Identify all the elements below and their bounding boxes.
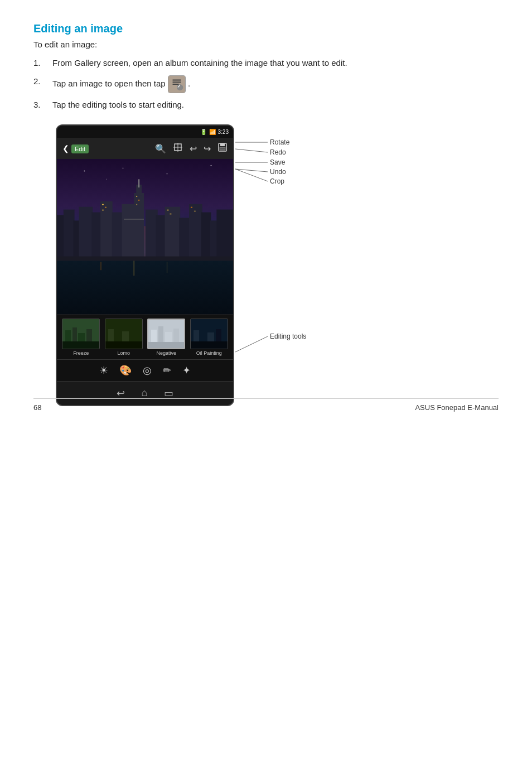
svg-text:Save: Save: [270, 158, 286, 166]
filter-thumb-lomo: [105, 319, 143, 349]
steps-list: 1. From Gallery screen, open an album co…: [33, 57, 499, 111]
svg-rect-43: [136, 204, 137, 205]
step-1-text: From Gallery screen, open an album conta…: [52, 57, 499, 70]
svg-text:Editing tools: Editing tools: [270, 332, 306, 340]
phone-toolbar: ❮ Edit 🔍: [57, 138, 233, 159]
svg-rect-30: [146, 210, 158, 259]
svg-rect-31: [156, 215, 166, 259]
svg-rect-20: [64, 210, 75, 259]
filter-lomo[interactable]: Lomo: [103, 319, 145, 356]
svg-rect-38: [102, 204, 104, 205]
brightness-tool-icon[interactable]: ☀: [99, 364, 108, 377]
signal-icon: 📶: [209, 129, 216, 135]
svg-rect-34: [189, 204, 202, 259]
pen-tool-icon[interactable]: ✏: [163, 364, 171, 377]
step-1: 1. From Gallery screen, open an album co…: [33, 57, 499, 70]
main-image: [57, 159, 233, 315]
zoom-icon[interactable]: 🔍: [155, 143, 166, 154]
crop-toolbar-icon[interactable]: [173, 142, 183, 155]
diagram-area: Returns to previous screen 🔋 📶 3:23 ❮ Ed…: [56, 124, 499, 406]
svg-rect-42: [138, 200, 139, 201]
svg-rect-33: [179, 218, 190, 259]
filter-lomo-label: Lomo: [117, 350, 130, 356]
step-2-text: Tap an image to open then tap .: [52, 75, 499, 93]
status-time: 3:23: [218, 129, 229, 135]
step-2: 2. Tap an image to open then tap .: [33, 75, 499, 93]
svg-rect-46: [191, 207, 192, 208]
svg-line-87: [235, 336, 268, 352]
section-title: Editing an image: [33, 22, 499, 35]
svg-text:Rotate: Rotate: [270, 138, 290, 146]
step-3-num: 3.: [33, 99, 47, 112]
svg-rect-35: [201, 213, 211, 259]
svg-rect-58: [62, 341, 100, 349]
svg-rect-39: [105, 207, 107, 208]
svg-point-13: [84, 171, 85, 172]
svg-rect-22: [79, 207, 93, 259]
filter-thumb-negative: [147, 319, 185, 349]
svg-rect-48: [57, 259, 233, 315]
svg-text:Redo: Redo: [270, 148, 286, 156]
svg-text:Crop: Crop: [270, 177, 284, 185]
filter-thumb-oil: [190, 319, 228, 349]
svg-rect-40: [102, 210, 104, 211]
svg-rect-32: [165, 207, 181, 259]
svg-rect-10: [220, 143, 225, 146]
page: Editing an image To edit an image: 1. Fr…: [0, 0, 532, 428]
svg-point-4: [177, 84, 183, 90]
edit-label: Edit: [71, 144, 89, 153]
svg-line-83: [235, 169, 268, 172]
svg-rect-52: [57, 257, 233, 261]
vignette-tool-icon[interactable]: ◎: [143, 364, 152, 377]
svg-point-15: [167, 173, 168, 174]
filter-oil-painting[interactable]: Oil Painting: [188, 319, 230, 356]
toolbar-icons: 🔍 ↩ ↪: [155, 142, 228, 155]
svg-text:Undo: Undo: [270, 168, 286, 176]
filter-freeze-label: Freeze: [73, 350, 89, 356]
edit-icon-inline: [168, 75, 186, 93]
svg-point-16: [211, 165, 212, 166]
filter-strip[interactable]: Freeze L: [57, 315, 233, 359]
filter-negative[interactable]: Negative: [146, 319, 187, 356]
svg-line-85: [235, 169, 268, 181]
filter-oil-label: Oil Painting: [196, 350, 222, 356]
svg-rect-44: [167, 210, 169, 211]
svg-point-17: [106, 179, 107, 180]
svg-rect-76: [191, 341, 228, 349]
svg-rect-27: [138, 179, 139, 187]
svg-rect-37: [216, 210, 233, 259]
back-button[interactable]: ❮ Edit: [62, 144, 89, 153]
save-toolbar-icon[interactable]: [217, 142, 228, 155]
footer-title: ASUS Fonepad E-Manual: [415, 403, 499, 412]
intro-text: To edit an image:: [33, 40, 499, 49]
svg-line-79: [235, 149, 268, 152]
status-bar: 🔋 📶 3:23: [57, 126, 233, 138]
svg-rect-47: [194, 211, 196, 212]
back-chevron-icon: ❮: [62, 144, 69, 153]
undo-toolbar-icon[interactable]: ↩: [190, 143, 197, 154]
filter-thumb-freeze: [62, 319, 100, 349]
step-3-text: Tap the editing tools to start editing.: [52, 99, 499, 112]
phone-frame: 🔋 📶 3:23 ❮ Edit 🔍: [56, 124, 234, 406]
svg-rect-41: [136, 196, 137, 197]
filter-freeze[interactable]: Freeze: [60, 319, 102, 356]
svg-rect-11: [220, 147, 225, 150]
home-nav-icon[interactable]: ⌂: [142, 387, 148, 399]
color-tool-icon[interactable]: 🎨: [119, 364, 132, 377]
svg-point-14: [123, 168, 124, 169]
page-footer: 68 ASUS Fonepad E-Manual: [33, 398, 499, 412]
step-3: 3. Tap the editing tools to start editin…: [33, 99, 499, 112]
svg-rect-28: [112, 213, 123, 259]
sparkle-tool-icon[interactable]: ✦: [182, 364, 191, 377]
svg-rect-23: [91, 213, 101, 259]
redo-toolbar-icon[interactable]: ↪: [204, 143, 211, 154]
svg-rect-29: [122, 204, 136, 259]
recent-nav-icon[interactable]: ▭: [164, 387, 173, 399]
step-1-num: 1.: [33, 57, 47, 70]
tools-row: ☀ 🎨 ◎ ✏ ✦: [57, 359, 233, 381]
filter-negative-label: Negative: [156, 350, 176, 356]
svg-rect-45: [170, 214, 171, 215]
svg-rect-64: [105, 341, 143, 349]
phone-mockup: 🔋 📶 3:23 ❮ Edit 🔍: [56, 124, 234, 406]
back-nav-icon[interactable]: ↩: [117, 387, 125, 399]
